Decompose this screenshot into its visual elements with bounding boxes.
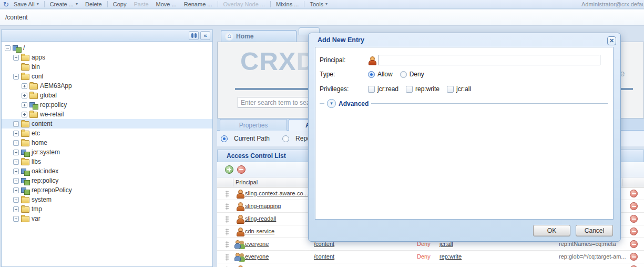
folder-icon <box>29 93 38 99</box>
delete-entry-icon[interactable] <box>630 253 638 261</box>
tree-item[interactable]: AEM63App <box>2 81 212 91</box>
delete-entry-icon[interactable] <box>630 215 638 223</box>
tools-button[interactable]: Tools ▾ <box>306 1 331 7</box>
expand-expander-icon[interactable] <box>13 131 19 136</box>
allow-radio[interactable] <box>368 71 375 78</box>
expand-expander-icon[interactable] <box>22 83 27 89</box>
tree-item[interactable]: oak:index <box>2 166 212 176</box>
save-all-button[interactable]: Save All ▾ <box>10 1 43 7</box>
cancel-button[interactable]: Cancel <box>576 225 613 236</box>
expand-expander-icon[interactable] <box>13 159 19 165</box>
advanced-expand-icon[interactable]: ▾ <box>327 99 336 108</box>
jcr-read-checkbox[interactable] <box>368 86 375 93</box>
move-button[interactable]: Move ... <box>152 1 180 7</box>
principal-link[interactable]: sling-context-aware-co... <box>245 190 308 196</box>
delete-entry-icon[interactable] <box>630 228 638 235</box>
folder-icon <box>21 159 29 165</box>
remove-entry-button[interactable] <box>237 165 246 174</box>
expand-expander-icon[interactable] <box>13 197 19 203</box>
drag-handle-icon[interactable] <box>226 241 229 248</box>
principal-column-header[interactable]: Principal <box>236 179 258 185</box>
mixins-button[interactable]: Mixins ... <box>272 1 302 7</box>
group-icon <box>234 253 244 261</box>
tree-item[interactable]: conf <box>2 72 212 81</box>
rep-write-checkbox[interactable] <box>406 86 413 93</box>
expand-expander-icon[interactable] <box>13 55 19 61</box>
add-entry-button[interactable] <box>225 165 233 174</box>
create-button[interactable]: Create ... ▾ <box>46 1 81 7</box>
tree-item[interactable]: system <box>2 195 212 204</box>
tree-item[interactable]: rep:policy <box>2 176 212 185</box>
tree-item[interactable]: etc <box>2 128 212 138</box>
delete-entry-icon[interactable] <box>630 202 638 210</box>
type-label: Type: <box>320 71 368 78</box>
tree-collapse-button[interactable]: « <box>200 31 210 40</box>
delete-entry-icon[interactable] <box>630 190 638 197</box>
privilege-link[interactable]: rep:write <box>439 253 462 260</box>
acl-row[interactable] <box>217 263 644 267</box>
principal-link[interactable]: sling-readall <box>245 215 276 222</box>
drag-handle-icon[interactable] <box>226 254 229 261</box>
tree-item[interactable]: rep:repoPolicy <box>2 185 212 195</box>
principal-link[interactable]: cdn-service <box>245 228 274 234</box>
close-icon[interactable]: ✕ <box>607 36 616 45</box>
path-bar[interactable]: /content <box>0 9 644 26</box>
no-expander <box>13 64 19 70</box>
tree-item[interactable]: global <box>2 91 212 100</box>
principal-link[interactable]: sling-mapping <box>245 203 281 209</box>
path-link[interactable]: /content <box>314 253 334 260</box>
ok-button[interactable]: OK <box>533 225 570 236</box>
acl-row[interactable]: everyone /content Deny rep:write rep:glo… <box>217 251 644 263</box>
principal-link[interactable]: everyone <box>245 241 269 247</box>
expand-expander-icon[interactable] <box>13 121 19 127</box>
tree-item[interactable]: tmp <box>2 204 212 214</box>
deny-label: Deny <box>410 71 424 78</box>
drag-handle-icon[interactable] <box>226 229 229 235</box>
group-icon <box>234 240 244 248</box>
principal-link[interactable]: everyone <box>245 253 269 260</box>
tree-search-button[interactable] <box>189 31 199 40</box>
tree-item[interactable]: apps <box>2 53 212 62</box>
delete-entry-icon[interactable] <box>630 240 638 248</box>
caret-down-icon: ▾ <box>37 2 39 6</box>
expand-expander-icon[interactable] <box>13 169 19 174</box>
expand-expander-icon[interactable] <box>13 206 19 212</box>
tree-item[interactable]: var <box>2 214 212 223</box>
tree-item[interactable]: home <box>2 138 212 147</box>
tree-item[interactable]: we-retail <box>2 110 212 119</box>
drag-handle-icon[interactable] <box>226 203 229 210</box>
expand-expander-icon[interactable] <box>22 112 27 117</box>
expand-expander-icon[interactable] <box>22 102 27 108</box>
user-icon <box>236 228 244 235</box>
collapse-expander-icon[interactable] <box>13 74 19 80</box>
rename-button[interactable]: Rename ... <box>180 1 216 7</box>
refresh-icon[interactable]: ↻ <box>3 1 9 8</box>
copy-button[interactable]: Copy <box>109 1 130 7</box>
tree-item[interactable]: bin <box>2 62 212 72</box>
collapse-expander-icon[interactable] <box>5 45 11 51</box>
add-new-entry-dialog: Add New Entry ✕ Principal: Type: Allow D… <box>308 33 621 242</box>
expand-expander-icon[interactable] <box>13 140 19 146</box>
drag-handle-icon[interactable] <box>226 216 229 223</box>
jcr-all-checkbox[interactable] <box>447 86 454 93</box>
expand-expander-icon[interactable] <box>13 150 19 155</box>
expand-expander-icon[interactable] <box>22 93 27 98</box>
tree-item-selected[interactable]: content <box>2 119 212 128</box>
principal-input[interactable] <box>378 55 600 65</box>
tab-properties[interactable]: Properties <box>220 119 287 131</box>
tree-item[interactable]: libs <box>2 157 212 166</box>
tree-item[interactable]: rep:policy <box>2 100 212 110</box>
delete-button[interactable]: Delete <box>81 1 106 7</box>
expand-expander-icon[interactable] <box>13 187 19 193</box>
expand-expander-icon[interactable] <box>13 216 19 222</box>
drag-handle-icon[interactable] <box>226 191 229 197</box>
folder-icon <box>21 197 29 203</box>
tree-item[interactable]: jcr:system <box>2 147 212 157</box>
current-path-radio[interactable] <box>221 135 228 142</box>
folder-icon <box>21 55 29 61</box>
deny-radio[interactable] <box>400 71 407 78</box>
tab-home[interactable]: ⌂ Home <box>221 30 297 42</box>
tree-item[interactable]: / <box>2 43 212 53</box>
expand-expander-icon[interactable] <box>13 178 19 184</box>
repository-radio[interactable] <box>282 135 289 142</box>
